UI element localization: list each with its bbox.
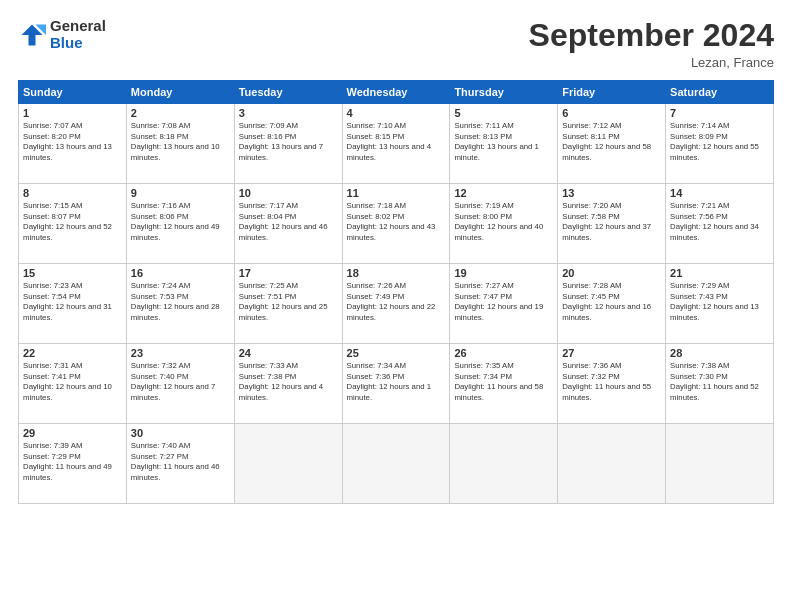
day-detail: Sunrise: 7:25 AMSunset: 7:51 PMDaylight:… (239, 281, 338, 323)
day-detail: Sunrise: 7:26 AMSunset: 7:49 PMDaylight:… (347, 281, 446, 323)
day-number: 11 (347, 187, 446, 199)
table-row: 1Sunrise: 7:07 AMSunset: 8:20 PMDaylight… (19, 104, 127, 184)
day-detail: Sunrise: 7:32 AMSunset: 7:40 PMDaylight:… (131, 361, 230, 403)
day-detail: Sunrise: 7:27 AMSunset: 7:47 PMDaylight:… (454, 281, 553, 323)
day-detail: Sunrise: 7:20 AMSunset: 7:58 PMDaylight:… (562, 201, 661, 243)
day-number: 4 (347, 107, 446, 119)
logo: General Blue (18, 18, 106, 51)
day-number: 16 (131, 267, 230, 279)
day-detail: Sunrise: 7:39 AMSunset: 7:29 PMDaylight:… (23, 441, 122, 483)
table-row: 6Sunrise: 7:12 AMSunset: 8:11 PMDaylight… (558, 104, 666, 184)
table-row: 24Sunrise: 7:33 AMSunset: 7:38 PMDayligh… (234, 344, 342, 424)
table-row: 20Sunrise: 7:28 AMSunset: 7:45 PMDayligh… (558, 264, 666, 344)
calendar-table: Sunday Monday Tuesday Wednesday Thursday… (18, 80, 774, 504)
day-detail: Sunrise: 7:36 AMSunset: 7:32 PMDaylight:… (562, 361, 661, 403)
col-wednesday: Wednesday (342, 81, 450, 104)
day-detail: Sunrise: 7:19 AMSunset: 8:00 PMDaylight:… (454, 201, 553, 243)
table-row: 10Sunrise: 7:17 AMSunset: 8:04 PMDayligh… (234, 184, 342, 264)
day-detail: Sunrise: 7:14 AMSunset: 8:09 PMDaylight:… (670, 121, 769, 163)
day-detail: Sunrise: 7:10 AMSunset: 8:15 PMDaylight:… (347, 121, 446, 163)
day-detail: Sunrise: 7:29 AMSunset: 7:43 PMDaylight:… (670, 281, 769, 323)
location: Lezan, France (529, 55, 774, 70)
col-tuesday: Tuesday (234, 81, 342, 104)
day-detail: Sunrise: 7:33 AMSunset: 7:38 PMDaylight:… (239, 361, 338, 403)
day-detail: Sunrise: 7:38 AMSunset: 7:30 PMDaylight:… (670, 361, 769, 403)
day-number: 18 (347, 267, 446, 279)
day-number: 10 (239, 187, 338, 199)
day-detail: Sunrise: 7:12 AMSunset: 8:11 PMDaylight:… (562, 121, 661, 163)
table-row: 7Sunrise: 7:14 AMSunset: 8:09 PMDaylight… (666, 104, 774, 184)
day-number: 23 (131, 347, 230, 359)
logo-general-text: General (50, 18, 106, 35)
table-row: 21Sunrise: 7:29 AMSunset: 7:43 PMDayligh… (666, 264, 774, 344)
calendar-page: General Blue September 2024 Lezan, Franc… (0, 0, 792, 612)
day-number: 22 (23, 347, 122, 359)
day-detail: Sunrise: 7:31 AMSunset: 7:41 PMDaylight:… (23, 361, 122, 403)
day-detail: Sunrise: 7:16 AMSunset: 8:06 PMDaylight:… (131, 201, 230, 243)
table-row: 13Sunrise: 7:20 AMSunset: 7:58 PMDayligh… (558, 184, 666, 264)
table-row: 2Sunrise: 7:08 AMSunset: 8:18 PMDaylight… (126, 104, 234, 184)
day-number: 19 (454, 267, 553, 279)
day-number: 7 (670, 107, 769, 119)
table-row (558, 424, 666, 504)
day-detail: Sunrise: 7:23 AMSunset: 7:54 PMDaylight:… (23, 281, 122, 323)
table-row: 8Sunrise: 7:15 AMSunset: 8:07 PMDaylight… (19, 184, 127, 264)
table-row: 3Sunrise: 7:09 AMSunset: 8:16 PMDaylight… (234, 104, 342, 184)
logo-blue-text: Blue (50, 35, 106, 52)
day-number: 9 (131, 187, 230, 199)
calendar-week-row: 29Sunrise: 7:39 AMSunset: 7:29 PMDayligh… (19, 424, 774, 504)
calendar-week-row: 8Sunrise: 7:15 AMSunset: 8:07 PMDaylight… (19, 184, 774, 264)
day-number: 28 (670, 347, 769, 359)
col-monday: Monday (126, 81, 234, 104)
weekday-header-row: Sunday Monday Tuesday Wednesday Thursday… (19, 81, 774, 104)
table-row: 11Sunrise: 7:18 AMSunset: 8:02 PMDayligh… (342, 184, 450, 264)
calendar-week-row: 22Sunrise: 7:31 AMSunset: 7:41 PMDayligh… (19, 344, 774, 424)
table-row: 19Sunrise: 7:27 AMSunset: 7:47 PMDayligh… (450, 264, 558, 344)
day-detail: Sunrise: 7:15 AMSunset: 8:07 PMDaylight:… (23, 201, 122, 243)
day-number: 2 (131, 107, 230, 119)
logo-text: General Blue (50, 18, 106, 51)
col-sunday: Sunday (19, 81, 127, 104)
table-row: 16Sunrise: 7:24 AMSunset: 7:53 PMDayligh… (126, 264, 234, 344)
day-number: 3 (239, 107, 338, 119)
day-detail: Sunrise: 7:07 AMSunset: 8:20 PMDaylight:… (23, 121, 122, 163)
table-row: 26Sunrise: 7:35 AMSunset: 7:34 PMDayligh… (450, 344, 558, 424)
title-block: September 2024 Lezan, France (529, 18, 774, 70)
day-detail: Sunrise: 7:17 AMSunset: 8:04 PMDaylight:… (239, 201, 338, 243)
day-detail: Sunrise: 7:21 AMSunset: 7:56 PMDaylight:… (670, 201, 769, 243)
table-row: 9Sunrise: 7:16 AMSunset: 8:06 PMDaylight… (126, 184, 234, 264)
day-detail: Sunrise: 7:08 AMSunset: 8:18 PMDaylight:… (131, 121, 230, 163)
day-number: 14 (670, 187, 769, 199)
day-number: 6 (562, 107, 661, 119)
table-row: 23Sunrise: 7:32 AMSunset: 7:40 PMDayligh… (126, 344, 234, 424)
table-row: 12Sunrise: 7:19 AMSunset: 8:00 PMDayligh… (450, 184, 558, 264)
day-detail: Sunrise: 7:40 AMSunset: 7:27 PMDaylight:… (131, 441, 230, 483)
col-friday: Friday (558, 81, 666, 104)
table-row (666, 424, 774, 504)
col-saturday: Saturday (666, 81, 774, 104)
day-number: 21 (670, 267, 769, 279)
day-detail: Sunrise: 7:34 AMSunset: 7:36 PMDaylight:… (347, 361, 446, 403)
table-row: 28Sunrise: 7:38 AMSunset: 7:30 PMDayligh… (666, 344, 774, 424)
day-detail: Sunrise: 7:18 AMSunset: 8:02 PMDaylight:… (347, 201, 446, 243)
day-number: 12 (454, 187, 553, 199)
table-row: 27Sunrise: 7:36 AMSunset: 7:32 PMDayligh… (558, 344, 666, 424)
day-number: 29 (23, 427, 122, 439)
calendar-week-row: 1Sunrise: 7:07 AMSunset: 8:20 PMDaylight… (19, 104, 774, 184)
day-number: 27 (562, 347, 661, 359)
day-detail: Sunrise: 7:24 AMSunset: 7:53 PMDaylight:… (131, 281, 230, 323)
table-row: 17Sunrise: 7:25 AMSunset: 7:51 PMDayligh… (234, 264, 342, 344)
day-number: 26 (454, 347, 553, 359)
day-detail: Sunrise: 7:28 AMSunset: 7:45 PMDaylight:… (562, 281, 661, 323)
table-row: 22Sunrise: 7:31 AMSunset: 7:41 PMDayligh… (19, 344, 127, 424)
day-number: 15 (23, 267, 122, 279)
day-number: 5 (454, 107, 553, 119)
day-number: 30 (131, 427, 230, 439)
header: General Blue September 2024 Lezan, Franc… (18, 18, 774, 70)
day-number: 17 (239, 267, 338, 279)
logo-icon (18, 21, 46, 49)
day-number: 25 (347, 347, 446, 359)
day-detail: Sunrise: 7:11 AMSunset: 8:13 PMDaylight:… (454, 121, 553, 163)
day-number: 13 (562, 187, 661, 199)
day-detail: Sunrise: 7:09 AMSunset: 8:16 PMDaylight:… (239, 121, 338, 163)
